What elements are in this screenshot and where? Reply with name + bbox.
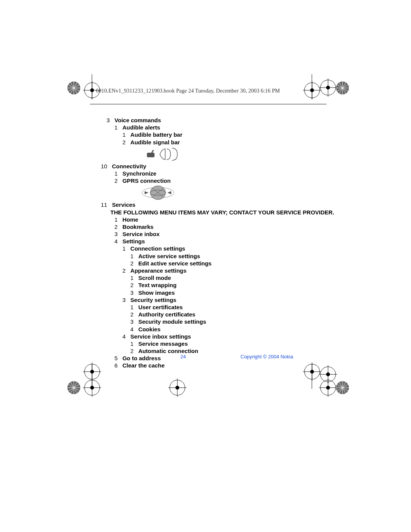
copyright-text: Copyright © 2004 Nokia xyxy=(241,354,293,359)
page-number: 24 xyxy=(180,354,186,359)
crop-line xyxy=(92,74,92,99)
svg-point-19 xyxy=(310,370,314,374)
sunburst-icon xyxy=(336,81,349,95)
svg-point-15 xyxy=(90,370,94,374)
svg-point-23 xyxy=(326,372,330,376)
page-header: 6010.ENv1_9311233_121903.book Page 24 Tu… xyxy=(96,88,280,94)
svg-point-7 xyxy=(310,88,314,92)
sunburst-icon xyxy=(67,381,81,395)
registration-mark-icon xyxy=(319,379,337,397)
svg-point-31 xyxy=(175,386,179,390)
svg-marker-93 xyxy=(145,191,148,194)
crop-line xyxy=(92,364,92,389)
registration-mark-icon xyxy=(303,81,321,99)
registration-mark-icon xyxy=(168,379,186,397)
sunburst-icon xyxy=(336,381,349,395)
svg-point-27 xyxy=(90,386,94,390)
svg-rect-88 xyxy=(147,153,155,157)
svg-marker-94 xyxy=(167,191,171,194)
manual-content: 3 Voice commands 1 Audible alerts 1 Audi… xyxy=(107,117,335,369)
services-icon xyxy=(107,184,179,201)
svg-point-3 xyxy=(90,88,94,92)
svg-point-35 xyxy=(326,386,330,390)
sunburst-icon xyxy=(67,81,81,95)
svg-point-11 xyxy=(326,86,330,89)
registration-mark-icon xyxy=(83,363,101,381)
header-rule xyxy=(90,104,327,104)
connectivity-icon xyxy=(107,146,179,163)
crop-line xyxy=(312,74,312,99)
registration-mark-icon xyxy=(319,78,337,97)
registration-mark-icon xyxy=(83,379,101,397)
